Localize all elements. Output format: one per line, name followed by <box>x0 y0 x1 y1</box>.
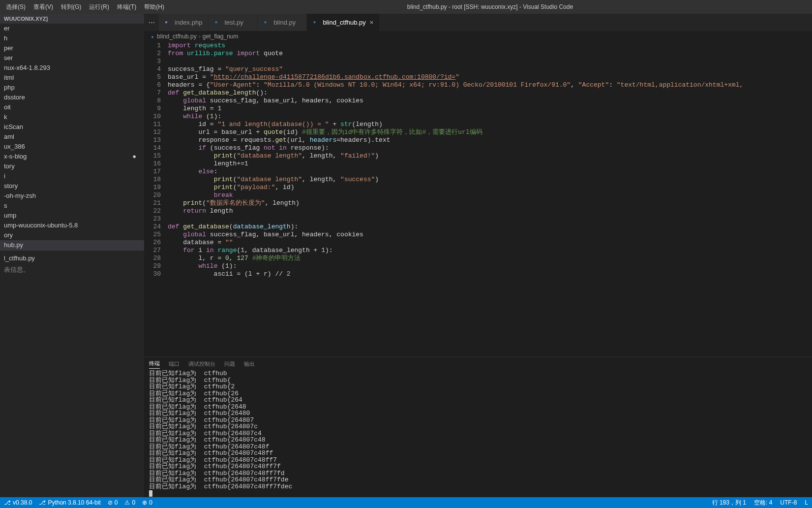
terminal-cursor <box>149 490 152 497</box>
code-line[interactable]: break <box>168 191 812 199</box>
menu-item[interactable]: 转到(G) <box>57 0 85 14</box>
code-line[interactable]: ascii = (l + r) // 2 <box>168 270 812 278</box>
menu-item[interactable]: 选择(S) <box>2 0 30 14</box>
terminal-line: 目前已知flag为 ctfhub{264807c48 <box>149 437 812 444</box>
panel-tab[interactable]: 调试控制台 <box>188 359 215 369</box>
status-item[interactable]: ⊘0 <box>108 499 118 506</box>
tree-item[interactable]: php <box>0 83 144 93</box>
explorer-sidebar[interactable]: WUUCONIX.XYZ] erhpersernux-x64-1.8.293it… <box>0 14 144 497</box>
code-line[interactable]: url = base_url + quote(id) #很重要，因为id中有许多… <box>168 128 812 136</box>
terminal-line: 目前已知flag为 ctfhub{264 <box>149 397 812 404</box>
code-line[interactable]: print("payload:", id) <box>168 184 812 191</box>
error-icon: ⊘ <box>108 499 113 506</box>
code-content[interactable]: import requestsfrom urllib.parse import … <box>168 42 812 357</box>
tree-item[interactable]: itml <box>0 73 144 83</box>
tab-overflow-button[interactable]: ⋯ <box>144 14 159 31</box>
code-line[interactable]: response = requests.get(url, headers=hea… <box>168 136 812 144</box>
code-line[interactable]: if (success_flag not in response): <box>168 144 812 152</box>
status-item[interactable]: ⎇Python 3.8.10 64-bit <box>39 499 100 506</box>
terminal-output[interactable]: 目前已知flag为 ctfhub目前已知flag为 ctfhub{目前已知fla… <box>144 370 812 497</box>
code-line[interactable]: length = 1 <box>168 105 812 113</box>
code-line[interactable] <box>168 58 812 65</box>
code-line[interactable]: length+=1 <box>168 160 812 168</box>
modified-indicator-icon: ● <box>132 152 136 161</box>
panel-tab[interactable]: 输出 <box>244 359 255 369</box>
code-line[interactable]: print("database length", length, "succes… <box>168 176 812 184</box>
terminal-line: 目前已知flag为 ctfhub{264807c48f <box>149 444 812 450</box>
code-line[interactable]: for i in range(1, database_length + 1): <box>168 247 812 254</box>
status-item[interactable]: ⊕0 <box>142 499 152 506</box>
tree-item[interactable]: hub.py <box>0 240 144 250</box>
code-line[interactable]: database = "" <box>168 239 812 247</box>
tree-item[interactable]: story <box>0 181 144 191</box>
code-line[interactable]: id = "1 and length(database()) = " + str… <box>168 121 812 128</box>
open-editor-item[interactable]: l_ctfhub.py <box>0 254 144 263</box>
menu-item[interactable]: 终端(T) <box>113 0 140 14</box>
status-item[interactable]: ⎇v0.38.0 <box>4 499 32 506</box>
terminal-line: 目前已知flag为 ctfhub{264807c48ff7f <box>149 463 812 470</box>
line-number-gutter: 1234567891011121314151617181920212223242… <box>144 42 168 357</box>
status-item[interactable]: ⚠0 <box>124 499 135 506</box>
code-line[interactable]: headers = {"User-Agent": "Mozilla/5.0 (W… <box>168 81 812 89</box>
tree-item[interactable]: ser <box>0 53 144 63</box>
code-line[interactable]: from urllib.parse import quote <box>168 50 812 58</box>
status-item[interactable]: UTF-8 <box>780 499 797 506</box>
code-line[interactable]: def get_database(database_length): <box>168 223 812 231</box>
tree-item[interactable]: k <box>0 112 144 122</box>
editor-tabs: ⋯ index.phptest.pyblind.pyblind_ctfhub.p… <box>144 14 812 31</box>
breadcrumb[interactable]: blind_ctfhub.py › get_flag_num <box>144 31 812 42</box>
tree-item[interactable]: oit <box>0 102 144 112</box>
tree-item[interactable]: aml <box>0 132 144 142</box>
tree-item[interactable]: s <box>0 201 144 211</box>
tree-item[interactable]: ump-wuuconix-ubuntu-5.8 <box>0 221 144 230</box>
code-line[interactable]: global success_flag, base_url, headers, … <box>168 231 812 239</box>
tree-item[interactable]: er <box>0 24 144 33</box>
status-item[interactable]: 行 193，列 1 <box>712 499 746 507</box>
code-line[interactable]: def get_database_length(): <box>168 89 812 97</box>
menu-item[interactable]: 帮助(H) <box>140 0 168 14</box>
code-line[interactable]: import requests <box>168 42 812 50</box>
code-line[interactable]: print("database length", length, "failed… <box>168 152 812 160</box>
panel-tab[interactable]: 端口 <box>169 359 180 369</box>
tree-item[interactable]: per <box>0 43 144 53</box>
tree-item[interactable]: h <box>0 33 144 43</box>
tree-item[interactable]: i <box>0 171 144 181</box>
tree-item[interactable]: ump <box>0 211 144 221</box>
editor-tab[interactable]: blind.py <box>258 14 307 31</box>
breadcrumb-symbol[interactable]: get_flag_num <box>203 33 239 40</box>
code-editor[interactable]: 1234567891011121314151617181920212223242… <box>144 42 812 357</box>
tree-item[interactable]: nux-x64-1.8.293 <box>0 63 144 73</box>
tree-item[interactable]: icScan <box>0 122 144 132</box>
menu-item[interactable]: 查看(V) <box>30 0 57 14</box>
window-title: blind_ctfhub.py - root [SSH: wuuconix.xy… <box>168 3 812 10</box>
code-line[interactable]: global success_flag, base_url, headers, … <box>168 97 812 105</box>
status-item[interactable]: 空格: 4 <box>754 499 772 507</box>
code-line[interactable]: success_flag = "query_success" <box>168 65 812 73</box>
panel-tab[interactable]: 终端 <box>149 359 160 369</box>
panel-tab[interactable]: 问题 <box>224 359 235 369</box>
tree-item[interactable]: dsstore <box>0 93 144 102</box>
panel: 终端端口调试控制台问题输出 目前已知flag为 ctfhub目前已知flag为 … <box>144 357 812 497</box>
code-line[interactable]: print("数据库名的长度为", length) <box>168 199 812 207</box>
tree-item[interactable]: x-s-blog● <box>0 152 144 161</box>
code-line[interactable]: l, r = 0, 127 #神奇的申明方法 <box>168 254 812 262</box>
terminal-line: 目前已知flag为 ctfhub{264807 <box>149 417 812 424</box>
code-line[interactable]: while (1): <box>168 262 812 270</box>
code-line[interactable]: return length <box>168 207 812 215</box>
code-line[interactable] <box>168 215 812 223</box>
menu-item[interactable]: 运行(R) <box>85 0 113 14</box>
editor-tab[interactable]: index.php <box>159 14 209 31</box>
tree-item[interactable]: tory <box>0 161 144 171</box>
editor-tab[interactable]: blind_ctfhub.py× <box>307 14 380 31</box>
code-line[interactable]: while (1): <box>168 113 812 121</box>
tree-item[interactable]: ory <box>0 230 144 240</box>
status-item[interactable]: L <box>805 499 808 506</box>
tree-item[interactable]: ux_386 <box>0 142 144 152</box>
close-icon[interactable]: × <box>370 19 374 26</box>
code-line[interactable]: base_url = "http://challenge-d4115877218… <box>168 73 812 81</box>
warn-icon: ⚠ <box>124 499 130 506</box>
editor-tab[interactable]: test.py <box>209 14 258 31</box>
code-line[interactable]: else: <box>168 168 812 176</box>
tree-item[interactable]: -oh-my-zsh <box>0 191 144 201</box>
breadcrumb-file[interactable]: blind_ctfhub.py <box>157 33 197 40</box>
